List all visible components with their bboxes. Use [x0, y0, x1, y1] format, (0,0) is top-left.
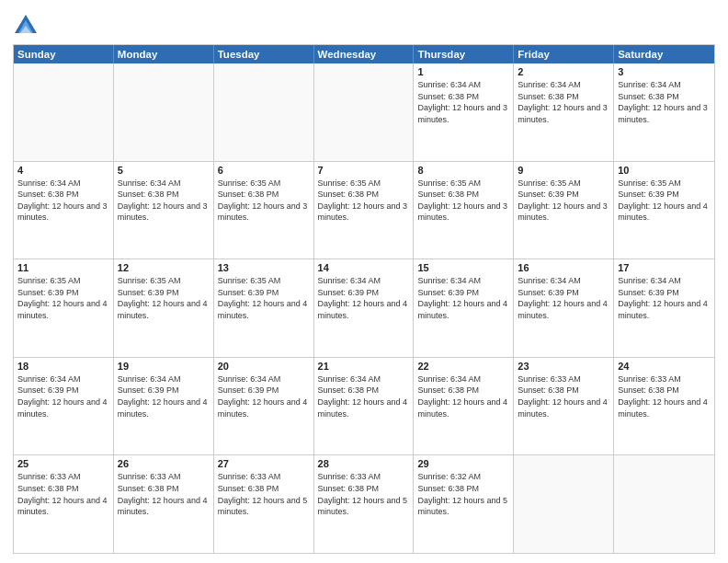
day-number: 17 — [618, 262, 711, 273]
day-info: Sunrise: 6:34 AM Sunset: 6:39 PM Dayligh… — [518, 275, 609, 321]
day-number: 5 — [118, 165, 210, 176]
calendar-cell: 16Sunrise: 6:34 AM Sunset: 6:39 PM Dayli… — [514, 259, 614, 357]
day-info: Sunrise: 6:34 AM Sunset: 6:39 PM Dayligh… — [118, 373, 210, 419]
calendar-cell: 1Sunrise: 6:34 AM Sunset: 6:38 PM Daylig… — [414, 63, 514, 161]
calendar-cell: 29Sunrise: 6:32 AM Sunset: 6:38 PM Dayli… — [414, 455, 514, 553]
day-info: Sunrise: 6:35 AM Sunset: 6:39 PM Dayligh… — [618, 178, 711, 224]
calendar-header: SundayMondayTuesdayWednesdayThursdayFrid… — [14, 45, 714, 63]
day-number: 4 — [17, 165, 109, 176]
calendar-row-2: 11Sunrise: 6:35 AM Sunset: 6:39 PM Dayli… — [14, 259, 714, 357]
header-day-monday: Monday — [114, 45, 214, 63]
day-info: Sunrise: 6:32 AM Sunset: 6:38 PM Dayligh… — [417, 471, 509, 517]
logo — [13, 13, 42, 39]
header-day-thursday: Thursday — [414, 45, 514, 63]
day-info: Sunrise: 6:35 AM Sunset: 6:39 PM Dayligh… — [118, 275, 210, 321]
calendar-cell: 23Sunrise: 6:33 AM Sunset: 6:38 PM Dayli… — [514, 358, 614, 455]
calendar-cell — [14, 63, 114, 161]
calendar-cell: 19Sunrise: 6:34 AM Sunset: 6:39 PM Dayli… — [114, 358, 214, 455]
calendar-cell: 15Sunrise: 6:34 AM Sunset: 6:39 PM Dayli… — [414, 259, 514, 357]
day-info: Sunrise: 6:33 AM Sunset: 6:38 PM Dayligh… — [618, 373, 711, 419]
day-number: 6 — [218, 165, 310, 176]
calendar-cell: 27Sunrise: 6:33 AM Sunset: 6:38 PM Dayli… — [214, 455, 314, 553]
calendar-cell — [214, 63, 314, 161]
day-number: 3 — [618, 66, 711, 77]
day-number: 7 — [318, 165, 410, 176]
calendar-cell: 5Sunrise: 6:34 AM Sunset: 6:38 PM Daylig… — [114, 162, 214, 259]
day-number: 25 — [17, 458, 109, 469]
header-day-sunday: Sunday — [14, 45, 114, 63]
day-number: 20 — [218, 361, 310, 372]
day-number: 15 — [417, 262, 509, 273]
day-number: 10 — [618, 165, 711, 176]
day-number: 19 — [118, 361, 210, 372]
day-number: 29 — [417, 458, 509, 469]
day-info: Sunrise: 6:33 AM Sunset: 6:38 PM Dayligh… — [518, 373, 609, 419]
day-number: 14 — [318, 262, 410, 273]
day-info: Sunrise: 6:33 AM Sunset: 6:38 PM Dayligh… — [17, 471, 109, 517]
header-day-friday: Friday — [514, 45, 614, 63]
day-info: Sunrise: 6:33 AM Sunset: 6:38 PM Dayligh… — [118, 471, 210, 517]
day-info: Sunrise: 6:34 AM Sunset: 6:39 PM Dayligh… — [618, 275, 711, 321]
day-number: 2 — [518, 66, 609, 77]
calendar-cell: 18Sunrise: 6:34 AM Sunset: 6:39 PM Dayli… — [14, 358, 114, 455]
calendar-row-4: 25Sunrise: 6:33 AM Sunset: 6:38 PM Dayli… — [14, 454, 714, 553]
calendar-cell — [514, 455, 614, 553]
calendar-cell: 26Sunrise: 6:33 AM Sunset: 6:38 PM Dayli… — [114, 455, 214, 553]
day-number: 11 — [17, 262, 109, 273]
day-number: 27 — [218, 458, 310, 469]
calendar-cell: 20Sunrise: 6:34 AM Sunset: 6:39 PM Dayli… — [214, 358, 314, 455]
day-info: Sunrise: 6:33 AM Sunset: 6:38 PM Dayligh… — [218, 471, 310, 517]
calendar-cell: 4Sunrise: 6:34 AM Sunset: 6:38 PM Daylig… — [14, 162, 114, 259]
calendar-cell: 24Sunrise: 6:33 AM Sunset: 6:38 PM Dayli… — [614, 358, 714, 455]
day-number: 18 — [17, 361, 109, 372]
day-info: Sunrise: 6:34 AM Sunset: 6:39 PM Dayligh… — [17, 373, 109, 419]
header-day-tuesday: Tuesday — [214, 45, 314, 63]
calendar-cell: 22Sunrise: 6:34 AM Sunset: 6:38 PM Dayli… — [414, 358, 514, 455]
day-info: Sunrise: 6:34 AM Sunset: 6:38 PM Dayligh… — [417, 373, 509, 419]
day-info: Sunrise: 6:34 AM Sunset: 6:38 PM Dayligh… — [118, 178, 210, 224]
calendar-cell: 3Sunrise: 6:34 AM Sunset: 6:38 PM Daylig… — [614, 63, 714, 161]
day-number: 1 — [417, 66, 509, 77]
day-number: 28 — [318, 458, 410, 469]
calendar-cell: 17Sunrise: 6:34 AM Sunset: 6:39 PM Dayli… — [614, 259, 714, 357]
day-info: Sunrise: 6:35 AM Sunset: 6:39 PM Dayligh… — [518, 178, 609, 224]
header-day-saturday: Saturday — [614, 45, 714, 63]
day-info: Sunrise: 6:34 AM Sunset: 6:38 PM Dayligh… — [518, 79, 609, 125]
calendar-cell — [114, 63, 214, 161]
calendar-cell: 8Sunrise: 6:35 AM Sunset: 6:38 PM Daylig… — [414, 162, 514, 259]
day-number: 24 — [618, 361, 711, 372]
calendar-cell — [614, 455, 714, 553]
day-info: Sunrise: 6:35 AM Sunset: 6:38 PM Dayligh… — [417, 178, 509, 224]
day-info: Sunrise: 6:34 AM Sunset: 6:38 PM Dayligh… — [417, 79, 509, 125]
calendar-cell: 2Sunrise: 6:34 AM Sunset: 6:38 PM Daylig… — [514, 63, 614, 161]
day-info: Sunrise: 6:33 AM Sunset: 6:38 PM Dayligh… — [318, 471, 410, 517]
day-number: 21 — [318, 361, 410, 372]
calendar-cell: 21Sunrise: 6:34 AM Sunset: 6:38 PM Dayli… — [314, 358, 415, 455]
day-info: Sunrise: 6:35 AM Sunset: 6:39 PM Dayligh… — [17, 275, 109, 321]
day-info: Sunrise: 6:34 AM Sunset: 6:39 PM Dayligh… — [318, 275, 410, 321]
header-day-wednesday: Wednesday — [314, 45, 415, 63]
day-number: 8 — [417, 165, 509, 176]
day-number: 23 — [518, 361, 609, 372]
generalblue-icon — [13, 13, 39, 39]
calendar-cell: 7Sunrise: 6:35 AM Sunset: 6:38 PM Daylig… — [314, 162, 415, 259]
day-number: 22 — [417, 361, 509, 372]
calendar-cell: 10Sunrise: 6:35 AM Sunset: 6:39 PM Dayli… — [614, 162, 714, 259]
day-info: Sunrise: 6:34 AM Sunset: 6:38 PM Dayligh… — [318, 373, 410, 419]
calendar-cell: 28Sunrise: 6:33 AM Sunset: 6:38 PM Dayli… — [314, 455, 415, 553]
calendar-row-3: 18Sunrise: 6:34 AM Sunset: 6:39 PM Dayli… — [14, 357, 714, 455]
day-info: Sunrise: 6:34 AM Sunset: 6:39 PM Dayligh… — [417, 275, 509, 321]
header — [13, 9, 715, 39]
calendar-cell — [314, 63, 415, 161]
calendar-cell: 14Sunrise: 6:34 AM Sunset: 6:39 PM Dayli… — [314, 259, 415, 357]
calendar-cell: 12Sunrise: 6:35 AM Sunset: 6:39 PM Dayli… — [114, 259, 214, 357]
calendar-cell: 9Sunrise: 6:35 AM Sunset: 6:39 PM Daylig… — [514, 162, 614, 259]
day-number: 9 — [518, 165, 609, 176]
calendar-cell: 25Sunrise: 6:33 AM Sunset: 6:38 PM Dayli… — [14, 455, 114, 553]
day-number: 16 — [518, 262, 609, 273]
day-info: Sunrise: 6:35 AM Sunset: 6:38 PM Dayligh… — [218, 178, 310, 224]
day-number: 13 — [218, 262, 310, 273]
calendar-cell: 6Sunrise: 6:35 AM Sunset: 6:38 PM Daylig… — [214, 162, 314, 259]
day-info: Sunrise: 6:34 AM Sunset: 6:38 PM Dayligh… — [17, 178, 109, 224]
calendar-row-1: 4Sunrise: 6:34 AM Sunset: 6:38 PM Daylig… — [14, 161, 714, 259]
